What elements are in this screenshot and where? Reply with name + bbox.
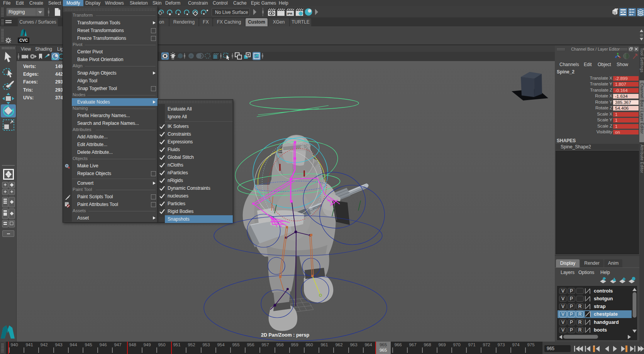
svg-text:IPR: IPR (287, 12, 293, 15)
